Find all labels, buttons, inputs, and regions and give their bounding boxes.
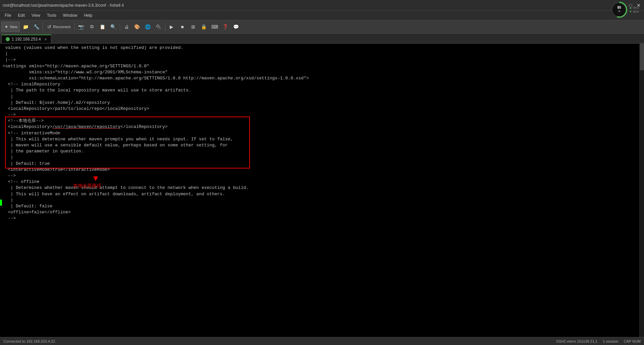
terminal-line-26: --> — [3, 173, 641, 179]
green-indicator — [0, 200, 2, 206]
status-session-count: 1 session — [603, 339, 618, 343]
chat-icon: 💬 — [233, 24, 239, 29]
network-gauge-icon: 80 % — [610, 1, 628, 18]
upload-speed: ▲ 0K/s — [629, 6, 639, 9]
session-tab-icon — [6, 37, 10, 41]
new-button[interactable]: ✦ New — [1, 22, 20, 32]
keyboard-icon: ⌨ — [212, 24, 217, 29]
terminal-line-8: | The path to the local repository maven… — [3, 87, 641, 93]
help-button[interactable]: ❓ — [220, 22, 230, 32]
status-right: SSH2 xterm 151x38 21,1 1 session CAP NUM — [556, 339, 641, 343]
paste-button[interactable]: 📋 — [98, 22, 108, 32]
terminal-line-14: <!--本地仓库--> — [3, 118, 641, 124]
color-button[interactable]: 🎨 — [132, 22, 142, 32]
lock-button[interactable]: 🔒 — [199, 22, 209, 32]
folder-icon: 📁 — [23, 24, 28, 29]
terminal-line-12: --> — [3, 112, 641, 118]
network-stats: ▲ 0K/s ▼ 0K/s — [629, 6, 639, 13]
terminal-line-24: | Default: true — [3, 161, 641, 167]
new-icon: ✦ — [4, 24, 9, 29]
print-icon: 🖨 — [124, 24, 129, 29]
terminal-line-30: | This will have an effect on artifact d… — [3, 191, 641, 197]
color-icon: 🎨 — [135, 24, 140, 29]
terminal-line-33: <offline>false</offline> — [3, 209, 641, 215]
terminal-line-34: --> — [3, 215, 641, 221]
menu-edit[interactable]: Edit — [14, 12, 28, 19]
lock-icon: 🔒 — [201, 24, 207, 29]
help-icon: ❓ — [223, 24, 228, 29]
menu-view[interactable]: View — [28, 12, 44, 19]
screenshot-icon: 📷 — [78, 24, 84, 29]
keyboard-button[interactable]: ⌨ — [210, 22, 220, 32]
title-text: root@localhost:/usr/java/maven/apache-ma… — [3, 3, 124, 8]
plugin-icon: 🔌 — [156, 24, 161, 29]
toolbar-separator-1 — [43, 23, 43, 31]
terminal-line-4: <settings xmlns="http://maven.apache.org… — [3, 63, 641, 69]
terminal-line-20: | This will determine whether maven prom… — [3, 136, 641, 142]
reconnect-icon: ↺ — [47, 24, 52, 29]
plugin-button[interactable]: 🔌 — [154, 22, 164, 32]
apps-button[interactable]: ⊞ — [188, 22, 198, 32]
terminal-line-9: | — [3, 94, 641, 100]
terminal-line-25: <interactiveMode>true</interactiveMode> — [3, 167, 641, 173]
terminal-line-2: | — [3, 51, 641, 57]
session-tab[interactable]: 1 192.168.253.4 ✕ — [1, 34, 51, 43]
play-button[interactable]: ▶ — [167, 22, 177, 32]
terminal-line-28: <!-- offline — [3, 179, 641, 185]
play-icon: ▶ — [169, 24, 174, 29]
terminal-line-22: | the parameter in question. — [3, 148, 641, 154]
status-bar: Connected to 192.168.253.4:22. SSH2 xter… — [0, 337, 644, 345]
copy-icon: ⧉ — [89, 24, 95, 29]
terminal-line-5: xmlns:xsi="http://www.w3.org/2001/XMLSch… — [3, 69, 641, 75]
network-widget: 80 % ▲ 0K/s ▼ 0K/s — [610, 1, 639, 18]
open-folder-button[interactable]: 📁 — [20, 22, 31, 32]
menu-window[interactable]: Window — [60, 12, 81, 19]
globe-icon: 🌐 — [145, 24, 151, 29]
chat-button[interactable]: 💬 — [231, 22, 241, 32]
terminal-line-15: <localRepository>/usr/java/maven/reposit… — [3, 124, 641, 130]
terminal-line-19: <!-- interactiveMode — [3, 130, 641, 136]
terminal-line-21: | maven will use a sensible default valu… — [3, 142, 641, 148]
terminal-line-7: <!-- localRepository — [3, 81, 641, 87]
toolbar-separator-2 — [74, 23, 75, 31]
print-button[interactable]: 🖨 — [121, 22, 131, 32]
session-tab-label: 1 192.168.253.4 — [12, 37, 41, 42]
menu-tools[interactable]: Tools — [44, 12, 60, 19]
terminal-line-1: values (values used when the setting is … — [3, 45, 641, 51]
search-icon: 🔍 — [111, 24, 116, 29]
stop-icon: ■ — [180, 24, 185, 29]
menu-help[interactable]: Help — [81, 12, 96, 19]
reconnect-button[interactable]: ↺ Reconnect — [44, 22, 73, 32]
terminal-line-32: | Default: false — [3, 203, 641, 209]
terminal-line-3: |--> — [3, 57, 641, 63]
title-bar: root@localhost:/usr/java/maven/apache-ma… — [0, 0, 644, 11]
status-session-info: SSH2 xterm 151x38 21,1 — [556, 339, 597, 343]
apps-icon: ⊞ — [191, 24, 196, 29]
scrollbar-thumb[interactable] — [640, 44, 644, 70]
toolbar: ✦ New 📁 🔧 ↺ Reconnect 📷 ⧉ 📋 🔍 🖨 🎨 🌐 🔌 ▶ … — [0, 20, 644, 33]
toolbar-separator-4 — [165, 23, 165, 31]
terminal-line-31: | — [3, 197, 641, 203]
copy-button[interactable]: ⧉ — [87, 22, 97, 32]
stop-button[interactable]: ■ — [177, 22, 187, 32]
search-button[interactable]: 🔍 — [108, 22, 118, 32]
svg-text:80: 80 — [617, 6, 621, 9]
toolbar-separator-3 — [120, 23, 120, 31]
vertical-scrollbar[interactable] — [639, 44, 644, 337]
properties-button[interactable]: 🔧 — [31, 22, 41, 32]
menu-bar: File Edit View Tools Window Help — [0, 11, 644, 20]
tab-close-icon[interactable]: ✕ — [44, 38, 47, 41]
terminal-line-10: | Default: ${user.home}/.m2/repository — [3, 100, 641, 106]
terminal[interactable]: values (values used when the setting is … — [0, 44, 644, 337]
status-connection: Connected to 192.168.253.4:22. — [3, 339, 56, 343]
terminal-line-23: | — [3, 154, 641, 160]
terminal-line-6: xsi:schemaLocation="http://maven.apache.… — [3, 75, 641, 81]
menu-file[interactable]: File — [1, 12, 14, 19]
globe-button[interactable]: 🌐 — [143, 22, 153, 32]
terminal-line-11: <localRepository>/path/to/local/repo</lo… — [3, 106, 641, 112]
paste-icon: 📋 — [100, 24, 105, 29]
screenshot-button[interactable]: 📷 — [76, 22, 86, 32]
download-speed: ▼ 0K/s — [629, 10, 639, 13]
svg-text:%: % — [618, 10, 620, 12]
tab-bar: 1 192.168.253.4 ✕ — [0, 33, 644, 44]
